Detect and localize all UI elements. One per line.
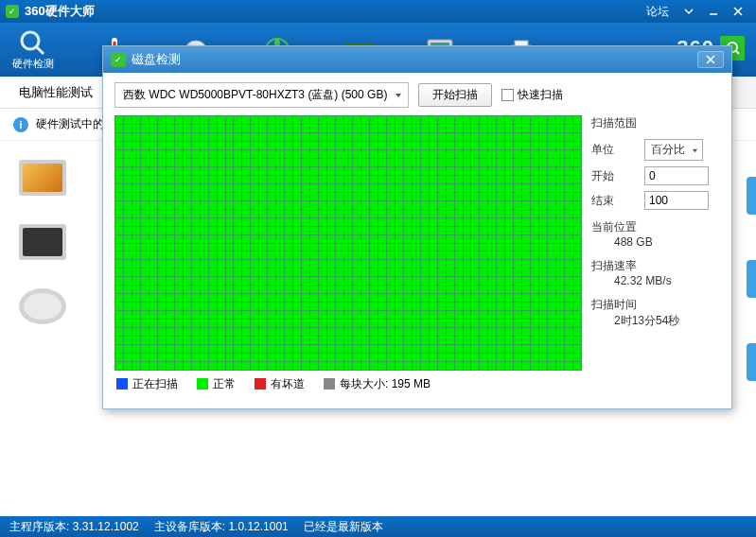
magnifier-icon bbox=[17, 28, 49, 57]
subtab-performance[interactable]: 电脑性能测试 bbox=[0, 77, 113, 108]
quick-scan-checkbox[interactable]: 快速扫描 bbox=[501, 87, 563, 103]
quick-scan-label: 快速扫描 bbox=[518, 87, 563, 103]
update-status: 已经是最新版本 bbox=[304, 519, 383, 535]
time-value: 2时13分54秒 bbox=[591, 313, 720, 329]
dialog-icon: ✓ bbox=[111, 52, 126, 67]
legend-normal: 正常 bbox=[213, 377, 236, 390]
chevron-down-icon bbox=[692, 144, 698, 157]
disk-scan-dialog: ✓ 磁盘检测 西数 WDC WD5000BPVT-80HXZT3 (蓝盘) (5… bbox=[102, 45, 732, 409]
app-title: 360硬件大师 bbox=[25, 3, 646, 20]
legend-scanning-swatch bbox=[116, 378, 128, 390]
scan-legend: 正在扫描 正常 有坏道 每块大小: 195 MB bbox=[114, 371, 582, 392]
legend-block: 每块大小: 195 MB bbox=[340, 377, 431, 390]
device-thumbnails bbox=[0, 141, 104, 343]
dropdown-button[interactable] bbox=[677, 3, 701, 20]
range-title: 扫描范围 bbox=[591, 115, 720, 131]
device-thumb-3[interactable] bbox=[19, 288, 66, 324]
start-label: 开始 bbox=[591, 168, 637, 184]
legend-scanning: 正在扫描 bbox=[132, 377, 178, 390]
pos-title: 当前位置 bbox=[591, 219, 720, 235]
unit-value: 百分比 bbox=[651, 143, 685, 156]
minimize-button[interactable] bbox=[701, 3, 726, 20]
scan-grid bbox=[114, 115, 582, 371]
checkbox-box-icon bbox=[501, 89, 514, 101]
pos-value: 488 GB bbox=[591, 235, 720, 249]
tool-hardware-detect[interactable]: 硬件检测 bbox=[9, 28, 57, 71]
chevron-down-icon bbox=[395, 89, 402, 102]
end-input[interactable] bbox=[644, 191, 709, 210]
svg-line-2 bbox=[36, 46, 44, 54]
legend-bad: 有坏道 bbox=[271, 377, 305, 390]
svg-line-23 bbox=[735, 50, 739, 54]
legend-block-swatch bbox=[324, 378, 335, 390]
start-input[interactable] bbox=[644, 166, 709, 185]
tool-label: 硬件检测 bbox=[12, 57, 54, 71]
app-logo-icon: ✓ bbox=[6, 5, 19, 18]
side-tab-2[interactable] bbox=[747, 260, 756, 298]
dialog-title: 磁盘检测 bbox=[132, 51, 697, 68]
close-button[interactable] bbox=[726, 3, 750, 20]
status-footer: 主程序版本: 3.31.12.1002 主设备库版本: 1.0.12.1001 … bbox=[0, 516, 756, 537]
disk-selector-text: 西数 WDC WD5000BPVT-80HXZT3 (蓝盘) (500 GB) bbox=[123, 88, 387, 101]
dialog-close-button[interactable] bbox=[697, 51, 724, 68]
device-thumb-2[interactable] bbox=[19, 224, 66, 260]
db-version: 主设备库版本: 1.0.12.1001 bbox=[154, 519, 289, 535]
device-thumb-1[interactable] bbox=[19, 160, 66, 196]
speed-title: 扫描速率 bbox=[591, 258, 720, 274]
forum-link[interactable]: 论坛 bbox=[646, 4, 669, 20]
disk-selector[interactable]: 西数 WDC WD5000BPVT-80HXZT3 (蓝盘) (500 GB) bbox=[114, 82, 409, 108]
side-tab-1[interactable] bbox=[747, 177, 756, 215]
time-title: 扫描时间 bbox=[591, 297, 720, 313]
legend-bad-swatch bbox=[255, 378, 266, 390]
end-label: 结束 bbox=[591, 193, 637, 209]
unit-select[interactable]: 百分比 bbox=[644, 139, 703, 161]
side-tab-3[interactable] bbox=[747, 343, 756, 381]
speed-value: 42.32 MB/s bbox=[591, 274, 720, 287]
legend-normal-swatch bbox=[197, 378, 208, 390]
info-icon: i bbox=[13, 117, 28, 132]
start-scan-button[interactable]: 开始扫描 bbox=[418, 83, 492, 107]
main-version: 主程序版本: 3.31.12.1002 bbox=[9, 519, 139, 535]
unit-label: 单位 bbox=[591, 142, 637, 158]
